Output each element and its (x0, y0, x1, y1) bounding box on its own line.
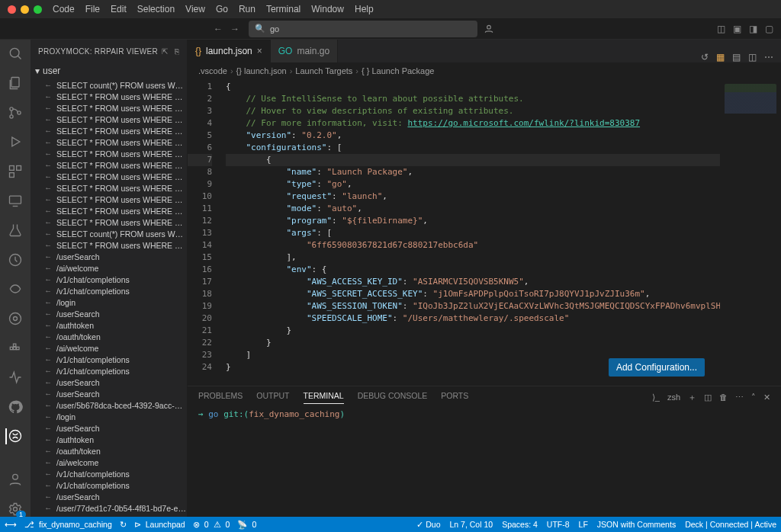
breadcrumb[interactable]: .vscode›{} launch.json›Launch Targets›{ … (188, 62, 781, 79)
tree-item[interactable]: ←SELECT * FROM users WHERE email = 'na..… (31, 125, 187, 136)
breadcrumb-item[interactable]: .vscode (198, 66, 227, 75)
layout-panel-icon[interactable]: ◫ (717, 24, 725, 34)
trash-icon[interactable]: 🗑 (719, 393, 728, 402)
account-icon[interactable] (6, 472, 24, 488)
menu-view[interactable]: View (185, 4, 205, 14)
code-line[interactable]: "type": "go", (226, 178, 720, 191)
tree-item[interactable]: ←/v1/chat/completions (31, 468, 187, 479)
code-line[interactable]: "args": [ (226, 227, 720, 239)
status-launch[interactable]: ⊳ Launchpad (134, 520, 185, 529)
search-box[interactable]: 🔍 go (249, 21, 477, 37)
tree-item[interactable]: ←SELECT * FROM users WHERE email = 'na..… (31, 91, 187, 102)
code-editor[interactable]: 123456789101112131415161718192021222324 … (188, 79, 781, 386)
tree-item[interactable]: ←/ai/welcome (31, 342, 187, 354)
nav-forward-icon[interactable]: → (230, 24, 239, 34)
tree-item[interactable]: ←/v1/chat/completions (31, 354, 187, 365)
menu-selection[interactable]: Selection (137, 4, 175, 14)
docker-icon[interactable] (6, 340, 24, 356)
nav-back-icon[interactable]: ← (214, 24, 223, 34)
code-line[interactable]: "mode": "auto", (226, 203, 720, 215)
github-icon[interactable] (6, 399, 24, 415)
sidebar-action-b-icon[interactable]: ⎘ (175, 47, 179, 56)
status-branch[interactable]: ⎇ fix_dynamo_caching (24, 520, 112, 529)
code-line[interactable]: { (226, 81, 720, 93)
tree-item[interactable]: ←/userSearch (31, 377, 187, 388)
remote-indicator[interactable]: ⟷ (5, 520, 17, 529)
menu-help[interactable]: Help (355, 4, 374, 14)
breadcrumb-item[interactable]: {} launch.json (236, 66, 287, 75)
code-line[interactable]: "program": "${fileDirname}", (226, 215, 720, 227)
close-window-icon[interactable] (8, 5, 16, 14)
sidebar-folder[interactable]: ▾ user (31, 62, 187, 79)
tree-item[interactable]: ←/ai/welcome (31, 262, 187, 274)
more-icon[interactable]: ⋯ (764, 52, 773, 62)
explorer-icon[interactable] (6, 46, 24, 62)
tree-item[interactable]: ←/userSearch (31, 251, 187, 262)
layout-customize-icon[interactable]: ▢ (765, 24, 773, 34)
proxymock-icon[interactable] (5, 428, 24, 444)
tree-item[interactable]: ←/authtoken (31, 319, 187, 331)
tree-item[interactable]: ←SELECT * FROM users WHERE email = 'ke..… (31, 159, 187, 171)
terminal[interactable]: → go git:(fix_dynamo_caching) (188, 408, 781, 517)
tree-item[interactable]: ←SELECT * FROM users WHERE email = 'ke..… (31, 205, 187, 216)
menu-terminal[interactable]: Terminal (266, 4, 301, 14)
status-eol[interactable]: LF (579, 520, 588, 529)
plugin-a-icon[interactable] (6, 281, 24, 297)
tree-item[interactable]: ←SELECT * FROM users WHERE email = 'ke..… (31, 171, 187, 182)
code-line[interactable]: } (226, 325, 720, 337)
action-a-icon[interactable]: ▦ (716, 52, 725, 62)
status-ports[interactable]: 📡 0 (237, 520, 256, 530)
layout-sidebar-icon[interactable]: ▣ (733, 24, 741, 34)
tree-item[interactable]: ←/v1/chat/completions (31, 285, 187, 296)
menu-code[interactable]: Code (53, 4, 75, 14)
tree-item[interactable]: ←SELECT * FROM users WHERE email = 'an..… (31, 239, 187, 251)
panel-tab-problems[interactable]: PROBLEMS (198, 391, 243, 403)
plugin-c-icon[interactable] (6, 370, 24, 386)
tree-item[interactable]: ←/oauth/token (31, 331, 187, 342)
tree-item[interactable]: ←/userSearch (31, 308, 187, 319)
status-sync[interactable]: ↻ (120, 520, 127, 529)
files-icon[interactable] (6, 75, 24, 91)
tree-item[interactable]: ←SELECT * FROM users WHERE email = 'na..… (31, 102, 187, 114)
close-tab-icon[interactable]: × (257, 46, 262, 56)
copilot-icon[interactable] (484, 24, 494, 34)
panel-tab-ports[interactable]: PORTS (441, 391, 468, 403)
tree-item[interactable]: ←SELECT * FROM users WHERE email = 'ke..… (31, 216, 187, 228)
new-terminal-icon[interactable]: ＋ (688, 392, 696, 403)
action-b-icon[interactable]: ▤ (732, 52, 741, 62)
code-line[interactable]: "request": "launch", (226, 191, 720, 203)
status-language[interactable]: JSON with Comments (597, 520, 676, 529)
code-line[interactable]: "version": "0.2.0", (226, 130, 720, 142)
status-spaces[interactable]: Spaces: 4 (502, 520, 538, 529)
panel-tab-output[interactable]: OUTPUT (256, 391, 289, 403)
add-configuration-button[interactable]: Add Configuration... (609, 358, 705, 377)
tree-item[interactable]: ←SELECT * FROM users WHERE email = 'na..… (31, 114, 187, 125)
status-line-col[interactable]: Ln 7, Col 10 (450, 520, 493, 529)
code-line[interactable]: "SPEEDSCALE_HOME": "/Users/matthewleray/… (226, 312, 720, 325)
close-panel-icon[interactable]: ✕ (763, 393, 770, 402)
menu-window[interactable]: Window (311, 4, 344, 14)
chevron-up-panel-icon[interactable]: ˄ (751, 393, 756, 402)
sidebar-action-a-icon[interactable]: ⇱ (162, 47, 168, 56)
plugin-b-icon[interactable] (6, 311, 24, 327)
status-problems[interactable]: ⊗ 0 ⚠ 0 (193, 520, 230, 529)
code-line[interactable]: } (226, 337, 720, 349)
tree-item[interactable]: ←SELECT * FROM users WHERE email = 'na..… (31, 136, 187, 148)
layout-split-icon[interactable]: ◨ (749, 24, 757, 34)
debug-icon[interactable] (6, 134, 24, 150)
code-line[interactable]: "AWS_ACCESS_KEY_ID": "ASIARMCVI5QOVSB5KN… (226, 276, 720, 288)
code-line[interactable]: "configurations": [ (226, 142, 720, 154)
breadcrumb-item[interactable]: Launch Targets (295, 66, 352, 75)
panel-tab-terminal[interactable]: TERMINAL (304, 391, 344, 404)
status-encoding[interactable]: UTF-8 (547, 520, 570, 529)
tree-item[interactable]: ←SELECT count(*) FROM users WHERE use... (31, 79, 187, 91)
extensions-icon[interactable] (6, 164, 24, 180)
tree-item[interactable]: ←/login (31, 296, 187, 308)
code-line[interactable]: // Hover to view descriptions of existin… (226, 105, 720, 117)
split-editor-icon[interactable]: ◫ (748, 52, 757, 62)
minimap[interactable] (720, 79, 781, 386)
tab-main-go[interactable]: GOmain.go (271, 40, 338, 62)
tree-item[interactable]: ←/userSearch (31, 388, 187, 399)
code-content[interactable]: { // Use IntelliSense to learn about pos… (218, 79, 720, 386)
breadcrumb-item[interactable]: { } Launch Package (362, 66, 434, 75)
